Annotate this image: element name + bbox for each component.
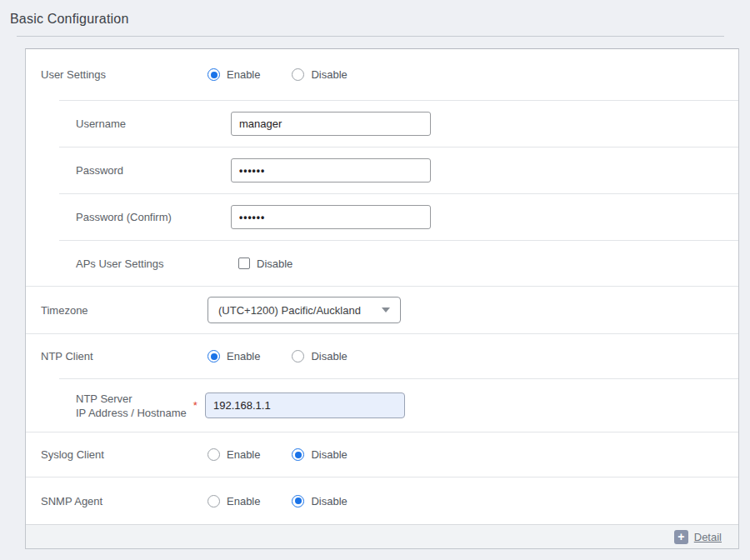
timezone-selected-value: (UTC+1200) Pacific/Auckland — [218, 304, 361, 317]
username-input[interactable] — [231, 112, 431, 136]
timezone-label: Timezone — [26, 304, 208, 317]
aps-disable-checkbox[interactable]: Disable — [238, 258, 292, 270]
ntp-server-control — [208, 392, 738, 418]
disable-label: Disable — [311, 495, 347, 508]
password-confirm-control — [208, 205, 738, 229]
enable-label: Enable — [227, 68, 260, 81]
disable-label: Disable — [311, 448, 347, 461]
chevron-down-icon — [382, 308, 390, 312]
required-asterisk: * — [193, 399, 198, 412]
syslog-enable-radio[interactable]: Enable — [208, 448, 260, 461]
snmp-agent-control: Enable Disable — [208, 495, 738, 508]
aps-user-settings-label: APs User Settings — [26, 258, 208, 270]
row-aps-user-settings: APs User Settings Disable — [26, 241, 738, 286]
title-divider — [17, 36, 724, 37]
username-control — [208, 112, 738, 136]
ntp-client-label: NTP Client — [26, 350, 208, 362]
radio-unchecked-icon — [292, 68, 304, 81]
password-control — [208, 158, 738, 182]
password-confirm-input[interactable] — [231, 205, 431, 229]
panel-footer: + Detail — [26, 524, 738, 548]
ntp-server-label-line1: NTP Server — [76, 392, 187, 406]
timezone-control: (UTC+1200) Pacific/Auckland — [208, 297, 738, 323]
user-settings-disable-radio[interactable]: Disable — [292, 68, 347, 81]
detail-link[interactable]: Detail — [694, 531, 722, 543]
ntp-client-control: Enable Disable — [208, 350, 738, 362]
syslog-client-control: Enable Disable — [208, 448, 738, 461]
enable-label: Enable — [227, 350, 260, 362]
checkbox-unchecked-icon — [238, 258, 250, 269]
row-password: Password — [26, 148, 738, 193]
ntp-server-input[interactable] — [205, 392, 405, 418]
ntp-server-label-line2: IP Address / Hostname — [76, 406, 187, 420]
syslog-client-label: Syslog Client — [26, 448, 208, 461]
radio-unchecked-icon — [208, 495, 220, 508]
snmp-disable-radio[interactable]: Disable — [292, 495, 347, 508]
aps-disable-label: Disable — [257, 258, 292, 270]
ntp-client-disable-radio[interactable]: Disable — [292, 350, 347, 362]
enable-label: Enable — [227, 448, 260, 461]
aps-user-settings-control: Disable — [208, 258, 738, 270]
row-password-confirm: Password (Confirm) — [26, 194, 738, 240]
plus-icon[interactable]: + — [674, 530, 688, 544]
user-settings-label: User Settings — [26, 68, 208, 81]
ntp-server-label: NTP Server IP Address / Hostname * — [26, 392, 208, 420]
password-input[interactable] — [231, 158, 431, 182]
radio-checked-icon — [292, 495, 304, 508]
row-user-settings: User Settings Enable Disable — [26, 49, 738, 100]
row-syslog-client: Syslog Client Enable Disable — [26, 432, 738, 477]
disable-label: Disable — [311, 350, 347, 362]
ntp-client-enable-radio[interactable]: Enable — [208, 350, 260, 362]
row-snmp-agent: SNMP Agent Enable Disable — [26, 478, 738, 524]
page-title: Basic Configuration — [10, 12, 740, 27]
row-username: Username — [26, 101, 738, 147]
basic-configuration-panel: User Settings Enable Disable Username Pa… — [25, 48, 739, 549]
disable-label: Disable — [311, 68, 347, 81]
row-timezone: Timezone (UTC+1200) Pacific/Auckland — [26, 287, 738, 333]
radio-checked-icon — [292, 448, 304, 461]
radio-unchecked-icon — [292, 350, 304, 362]
radio-unchecked-icon — [208, 448, 220, 461]
enable-label: Enable — [227, 495, 260, 508]
user-settings-enable-radio[interactable]: Enable — [208, 68, 260, 81]
snmp-agent-label: SNMP Agent — [26, 495, 208, 508]
radio-checked-icon — [208, 350, 220, 362]
user-settings-control: Enable Disable — [208, 68, 738, 81]
username-label: Username — [26, 118, 208, 130]
syslog-disable-radio[interactable]: Disable — [292, 448, 347, 461]
row-ntp-server: NTP Server IP Address / Hostname * — [26, 379, 738, 432]
timezone-select[interactable]: (UTC+1200) Pacific/Auckland — [208, 297, 401, 323]
password-confirm-label: Password (Confirm) — [26, 211, 208, 223]
radio-checked-icon — [208, 68, 220, 81]
row-ntp-client: NTP Client Enable Disable — [26, 334, 738, 378]
snmp-enable-radio[interactable]: Enable — [208, 495, 260, 508]
page-header: Basic Configuration — [0, 0, 750, 37]
ntp-server-label-lines: NTP Server IP Address / Hostname — [76, 392, 187, 420]
password-label: Password — [26, 164, 208, 177]
